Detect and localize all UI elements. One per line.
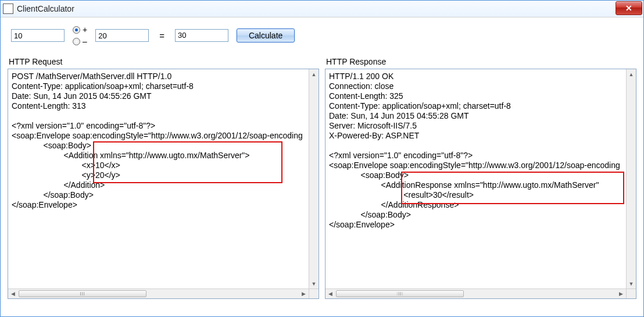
request-text[interactable]: POST /MathServer/MathServer.dll HTTP/1.0… <box>8 69 309 288</box>
radio-minus-label: – <box>83 37 87 45</box>
scroll-left-icon[interactable]: ◀ <box>325 289 335 298</box>
request-panel: HTTP Request POST /MathServer/MathServer… <box>8 51 319 299</box>
window-title: ClientCalculator <box>17 4 74 13</box>
scroll-down-icon[interactable]: ▼ <box>627 279 636 288</box>
operand2-input[interactable] <box>95 29 149 42</box>
panels: HTTP Request POST /MathServer/MathServer… <box>1 51 643 306</box>
scroll-right-icon[interactable]: ▶ <box>616 289 626 298</box>
titlebar: ClientCalculator ✕ <box>1 1 643 17</box>
scroll-down-icon[interactable]: ▼ <box>309 279 319 288</box>
result-output: 30 <box>175 29 228 42</box>
response-label: HTTP Response <box>326 57 636 66</box>
response-scroll-corner <box>626 288 636 298</box>
radio-minus[interactable]: – <box>73 37 87 45</box>
scroll-right-icon[interactable]: ▶ <box>299 289 309 298</box>
operand1-input[interactable] <box>11 29 65 42</box>
request-hscroll-thumb[interactable] <box>19 290 146 297</box>
scroll-left-icon[interactable]: ◀ <box>8 289 18 298</box>
app-icon <box>3 3 13 14</box>
equals-label: = <box>157 31 167 41</box>
response-hscroll-thumb[interactable] <box>336 290 464 297</box>
scroll-up-icon[interactable]: ▲ <box>627 69 636 79</box>
response-panel: HTTP Response HTTP/1.1 200 OK Connection… <box>325 51 636 299</box>
response-text[interactable]: HTTP/1.1 200 OK Connection: close Conten… <box>325 69 626 288</box>
operation-radiogroup: + – <box>73 26 87 45</box>
radio-plus[interactable]: + <box>73 26 87 34</box>
app-window: ClientCalculator ✕ + – = 30 Calculate HT… <box>0 0 644 317</box>
request-horizontal-scrollbar[interactable]: ◀ ▶ <box>8 288 309 298</box>
request-label: HTTP Request <box>9 57 319 66</box>
request-box: POST /MathServer/MathServer.dll HTTP/1.0… <box>8 69 319 299</box>
scroll-up-icon[interactable]: ▲ <box>309 69 319 79</box>
radio-plus-dot-icon <box>73 26 80 34</box>
input-row: + – = 30 Calculate <box>1 17 643 51</box>
response-box: HTTP/1.1 200 OK Connection: close Conten… <box>325 69 636 299</box>
close-button[interactable]: ✕ <box>616 1 642 15</box>
calculate-button[interactable]: Calculate <box>237 29 295 42</box>
request-scroll-corner <box>309 288 319 298</box>
request-vertical-scrollbar[interactable]: ▲ ▼ <box>309 69 319 288</box>
response-vertical-scrollbar[interactable]: ▲ ▼ <box>626 69 636 288</box>
radio-plus-label: + <box>83 26 87 34</box>
radio-minus-dot-icon <box>73 38 80 45</box>
response-horizontal-scrollbar[interactable]: ◀ ▶ <box>325 288 626 298</box>
close-icon: ✕ <box>625 3 632 13</box>
